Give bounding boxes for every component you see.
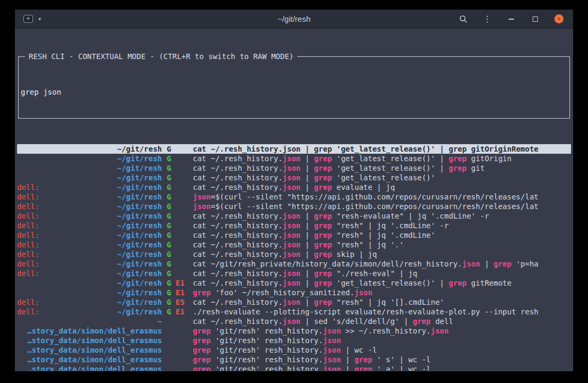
path-label: ~/git/resh bbox=[117, 211, 162, 221]
query-match: json bbox=[193, 193, 211, 201]
command-text: cat ~/git/resh_private/history_data/simo… bbox=[193, 259, 571, 269]
minimize-icon[interactable] bbox=[507, 14, 516, 24]
row-flags: G bbox=[162, 259, 193, 269]
command-text: cat ~/.resh_history.json | grep 'get_lat… bbox=[193, 278, 571, 288]
command-text: grep 'git/resh' resh_history.json >> ~/.… bbox=[193, 326, 571, 336]
history-row[interactable]: ~/git/reshGcat ~/.resh_history.json | gr… bbox=[17, 163, 571, 173]
command-segment: cat ~/.resh_history. bbox=[193, 240, 283, 249]
history-row[interactable]: …story_data/simon/dell_erasmusgrep 'git/… bbox=[17, 326, 571, 336]
command-segment: gitOrigin bbox=[467, 154, 511, 163]
history-row[interactable]: dell:~/git/reshGjson=$(curl --silent "ht… bbox=[17, 202, 571, 211]
query-match: grep bbox=[314, 279, 332, 287]
command-text: json=$(curl --silent "https://api.github… bbox=[193, 202, 571, 211]
history-row[interactable]: ~/git/reshGcat ~/.resh_history.json | gr… bbox=[17, 173, 571, 182]
command-text: cat ~/.resh_history.json | grep 'get_lat… bbox=[193, 144, 571, 154]
command-text: grep 'git/resh' resh_history.json bbox=[193, 336, 571, 345]
history-row[interactable]: dell:~/git/reshGjson=$(curl --silent "ht… bbox=[17, 192, 571, 202]
row-location: ~/git/resh bbox=[17, 288, 162, 297]
history-row[interactable]: dell:~/git/reshG E5cat ~/.resh_history.j… bbox=[17, 297, 571, 307]
history-row[interactable]: dell:~/git/reshGcat ~/.resh_history.json… bbox=[17, 211, 571, 221]
query-match: json bbox=[283, 154, 301, 163]
path-label: ~/git/resh bbox=[117, 154, 162, 163]
command-segment: | sed 's/dell/dell/g' | bbox=[300, 317, 413, 326]
git-flag: G bbox=[167, 202, 171, 211]
row-flags bbox=[162, 336, 193, 345]
history-row[interactable]: dell:~/git/reshGcat ~/.resh_history.json… bbox=[17, 240, 571, 249]
row-location: dell:~/git/resh bbox=[17, 269, 162, 278]
host-label: dell: bbox=[17, 269, 39, 278]
history-row[interactable]: ~cat ~/.resh_history.json | sed 's/dell/… bbox=[17, 317, 571, 326]
query-match: json bbox=[323, 355, 341, 364]
query-match: grep bbox=[413, 317, 431, 326]
search-icon[interactable] bbox=[459, 14, 468, 24]
query-match: grep bbox=[193, 355, 211, 364]
command-segment: | bbox=[300, 240, 314, 249]
menu-icon[interactable]: ⋮ bbox=[483, 14, 492, 24]
history-row[interactable]: ~/git/reshGcat ~/.resh_history.json | gr… bbox=[17, 144, 571, 154]
history-row[interactable]: …story_data/simon/dell_erasmusgrep 'git/… bbox=[17, 355, 571, 364]
command-segment: cat ~/git/resh_private/history_data/simo… bbox=[193, 260, 462, 268]
history-row[interactable]: dell:~/git/reshGcat ~/.resh_history.json… bbox=[17, 221, 571, 230]
command-text: grep 'git/resh' resh_history.json | wc -… bbox=[193, 345, 571, 355]
row-location: ~ bbox=[17, 317, 162, 326]
row-flags bbox=[162, 326, 193, 336]
history-row[interactable]: dell:~/git/reshGcat ~/git/resh_private/h… bbox=[17, 259, 571, 269]
history-row[interactable]: …story_data/simon/dell_erasmusgrep 'git/… bbox=[17, 336, 571, 345]
resh-search-box[interactable]: RESH CLI - CONTEXTUAL MODE - (CTRL+R to … bbox=[18, 56, 570, 119]
row-location: ~/git/resh bbox=[17, 278, 162, 288]
path-label: ~/git/resh bbox=[117, 163, 162, 173]
tab-chevron-icon[interactable]: ▾ bbox=[38, 16, 41, 22]
query-match: grep bbox=[354, 355, 372, 364]
row-location: ~/git/resh bbox=[17, 173, 162, 182]
row-flags: G E1 bbox=[162, 278, 193, 288]
path-label: ~/git/resh bbox=[117, 182, 162, 192]
command-text: cat ~/.resh_history.json | grep skip | j… bbox=[193, 249, 571, 259]
command-text: cat ~/.resh_history.json | grep "./resh-… bbox=[193, 269, 571, 278]
command-segment: 'get_latest_release()' | bbox=[332, 279, 448, 287]
row-location: dell:~/git/resh bbox=[17, 192, 162, 202]
row-flags: G bbox=[162, 230, 193, 240]
history-row[interactable]: …story_data/simon/dell_erasmusgrep 'git/… bbox=[17, 364, 571, 371]
query-match: grep bbox=[314, 173, 332, 182]
command-segment: cat ~/.resh_history. bbox=[193, 279, 283, 287]
history-row[interactable]: ~/git/reshG E1cat ~/.resh_history.json |… bbox=[17, 278, 571, 288]
host-label: dell: bbox=[17, 221, 39, 230]
exit-code-flag: E1 bbox=[171, 307, 184, 316]
command-segment: | bbox=[300, 154, 314, 163]
close-icon[interactable] bbox=[554, 14, 564, 23]
git-flag: G bbox=[167, 154, 171, 163]
git-flag: G bbox=[167, 231, 171, 239]
command-text: json=$(curl --silent "https://api.github… bbox=[193, 192, 571, 202]
path-label: ~/git/resh bbox=[117, 240, 162, 249]
history-row[interactable]: dell:~/git/reshGcat ~/.resh_history.json… bbox=[17, 182, 571, 192]
command-segment: | bbox=[480, 260, 493, 268]
new-tab-icon[interactable] bbox=[23, 15, 33, 23]
row-flags: G bbox=[162, 240, 193, 249]
history-row[interactable]: …story_data/simon/dell_erasmusgrep 'git/… bbox=[17, 345, 571, 355]
restore-icon[interactable] bbox=[530, 14, 540, 24]
row-location: …story_data/simon/dell_erasmus bbox=[17, 336, 162, 345]
row-flags bbox=[162, 355, 193, 364]
row-flags: G E5 bbox=[162, 297, 193, 307]
command-segment: =$(curl --silent "https://api.github.com… bbox=[211, 202, 538, 211]
query-match: grep bbox=[193, 346, 211, 354]
command-segment: cat ~/.resh_history. bbox=[193, 173, 283, 182]
path-label: ~/git/resh bbox=[117, 173, 162, 182]
history-row[interactable]: ~/git/reshG E1grep 'foo' ~/resh_history_… bbox=[17, 288, 571, 297]
query-match: grep bbox=[314, 231, 332, 239]
history-row[interactable]: dell:~/git/reshGcat ~/.resh_history.json… bbox=[17, 230, 571, 240]
exit-code-flag: E1 bbox=[171, 288, 184, 297]
screen-background: { "palette": { "terminal_bg": "#383c4a",… bbox=[0, 0, 588, 383]
command-segment: ' a' | wc -l bbox=[372, 365, 431, 371]
history-row[interactable]: dell:~/git/reshGcat ~/.resh_history.json… bbox=[17, 249, 571, 259]
command-segment: | bbox=[300, 298, 314, 306]
row-flags: G bbox=[162, 154, 193, 163]
command-segment: "resh-evaluate" | jq '.cmdLine' -r bbox=[332, 212, 489, 220]
query-match: grep bbox=[314, 250, 332, 259]
history-row[interactable]: dell:~/git/reshG E1./resh-evaluate --plo… bbox=[17, 307, 571, 317]
history-row[interactable]: ~/git/reshGcat ~/.resh_history.json | gr… bbox=[17, 154, 571, 163]
command-segment: cat ~/.resh_history. bbox=[193, 231, 283, 239]
resh-query-input[interactable]: grep json bbox=[21, 87, 567, 97]
history-row[interactable]: dell:~/git/reshGcat ~/.resh_history.json… bbox=[17, 269, 571, 278]
command-segment: ' s' | wc -l bbox=[372, 355, 431, 364]
